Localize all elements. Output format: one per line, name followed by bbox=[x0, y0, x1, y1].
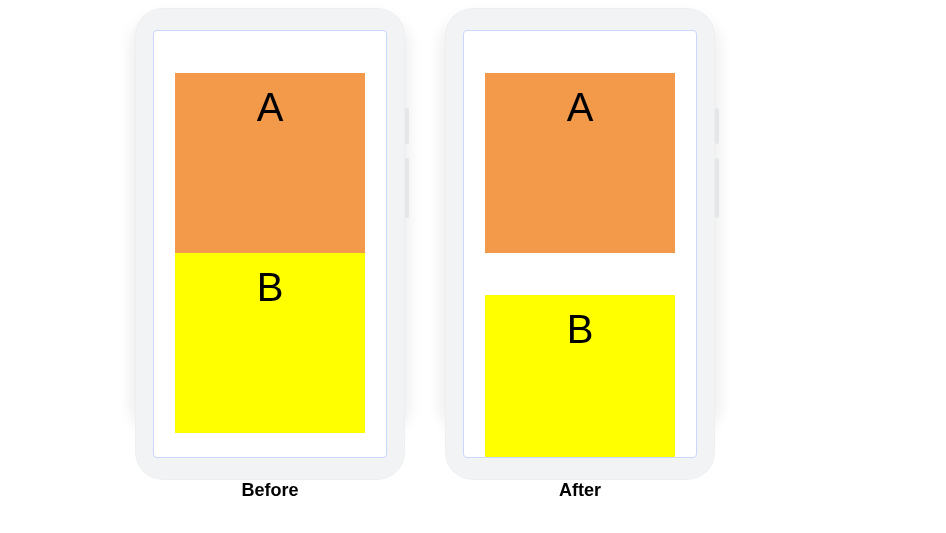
block-a-label: A bbox=[257, 85, 284, 129]
diagram-stage: A B Before A B After bbox=[0, 0, 946, 533]
phone-before: A B bbox=[135, 8, 405, 480]
block-a-label: A bbox=[567, 85, 594, 129]
layout-block-b: B bbox=[175, 253, 365, 433]
layout-block-b: B bbox=[485, 295, 675, 458]
block-b-label: B bbox=[567, 307, 594, 351]
phone-screen: A B bbox=[463, 30, 697, 458]
phone-screen: A B bbox=[153, 30, 387, 458]
layout-block-a: A bbox=[175, 73, 365, 253]
phone-after: A B bbox=[445, 8, 715, 480]
caption-before: Before bbox=[135, 480, 405, 501]
block-b-label: B bbox=[257, 265, 284, 309]
caption-after: After bbox=[445, 480, 715, 501]
layout-block-a: A bbox=[485, 73, 675, 253]
phone-body: A B bbox=[445, 8, 715, 480]
phone-body: A B bbox=[135, 8, 405, 480]
